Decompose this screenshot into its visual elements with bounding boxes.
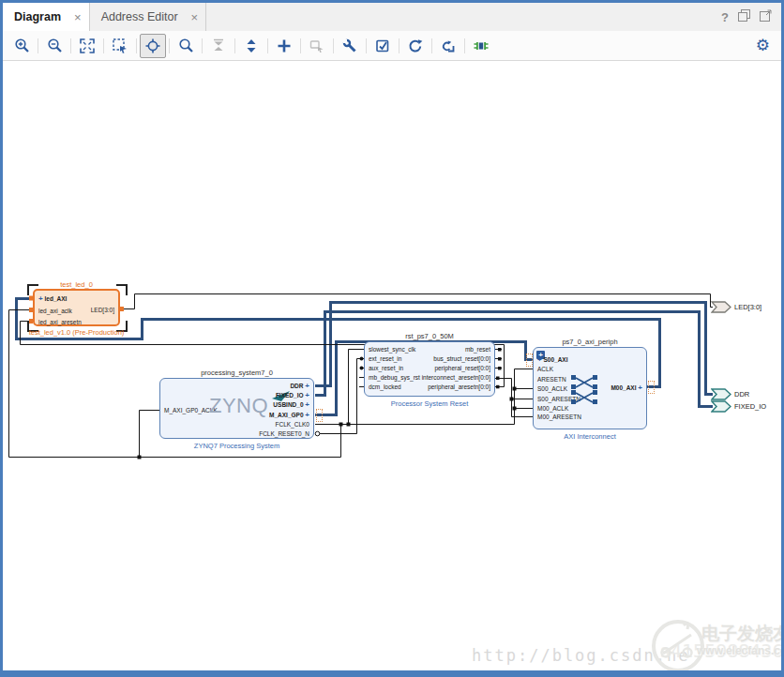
zoom-out-button[interactable] — [41, 34, 68, 58]
port-label: bus_struct_reset[0:0] — [433, 355, 490, 362]
tab-diagram[interactable]: Diagram × — [3, 3, 90, 31]
port-slowest-sync-clk[interactable]: slowest_sync_clk — [369, 346, 415, 354]
make-external-icon — [309, 38, 324, 53]
port-label: led_AXI — [44, 295, 67, 302]
expand-hierarchy-button[interactable] — [238, 34, 264, 58]
highlight-s00-axi — [526, 354, 533, 367]
port-aclk[interactable]: ACLK — [537, 366, 553, 373]
block-ps7-0-axi-periph[interactable]: ps7_0_axi_periph + + S00_AXI ACLK ARESET… — [533, 347, 647, 429]
external-port-ddr-shape[interactable] — [711, 388, 731, 400]
block-subtitle: AXI Interconnect — [505, 432, 674, 441]
port-mb-debug-sys-rst[interactable]: mb_debug_sys_rst — [369, 374, 420, 382]
maximize-icon[interactable] — [760, 8, 772, 25]
port-label: FIXED_IO — [276, 392, 304, 399]
tab-bar: Diagram × Address Editor × ? — [3, 3, 781, 32]
port-m00-aclk[interactable]: M00_ACLK — [537, 405, 568, 413]
block-subtitle: test_led_v1.0 (Pre-Production) — [7, 328, 146, 337]
expand-plus-icon[interactable]: + — [305, 382, 309, 390]
port-mb-reset[interactable]: mb_reset — [465, 346, 490, 354]
expand-plus-icon[interactable]: + — [638, 384, 642, 392]
port-fclk-reset0-n[interactable]: FCLK_RESET0_N — [259, 430, 309, 438]
refresh-button[interactable] — [402, 34, 429, 58]
port-led-axi-aresetn[interactable]: led_axi_aresetn — [38, 319, 82, 326]
port-usbind-0[interactable]: USBIND_0 + — [273, 401, 309, 409]
zoom-to-selection-button[interactable] — [107, 34, 133, 58]
port-label: LED[3:0] — [91, 307, 114, 313]
external-port-led-label[interactable]: LED[3:0] — [734, 303, 761, 311]
close-icon[interactable]: × — [191, 10, 199, 24]
port-m-axi-gp0[interactable]: M_AXI_GP0 + — [269, 412, 309, 419]
port-label: mb_debug_sys_rst — [369, 374, 420, 381]
expand-plus-icon[interactable]: + — [305, 391, 309, 399]
port-led-out[interactable]: LED[3:0] — [91, 307, 114, 314]
port-fixed-io[interactable]: FIXED_IO + — [276, 392, 309, 399]
validate-design-button[interactable] — [369, 34, 396, 58]
zynq-logo: ZYNQ — [209, 394, 268, 418]
close-icon[interactable]: × — [74, 10, 82, 24]
port-label: ACLK — [537, 366, 553, 372]
add-ip-button[interactable] — [271, 34, 297, 58]
autofit-selection-icon — [145, 38, 160, 53]
external-port-ddr-label[interactable]: DDR — [734, 390, 749, 399]
port-interconnect-aresetn[interactable]: interconnect_aresetn[0:0] — [422, 374, 490, 382]
port-led-axi-aclk[interactable]: led_axi_aclk — [38, 308, 72, 315]
port-label: ext_reset_in — [369, 355, 401, 362]
port-led-axi[interactable]: + led_AXI — [38, 295, 67, 303]
external-port-fixed-io-shape[interactable] — [711, 400, 731, 413]
port-ext-reset-in[interactable]: ext_reset_in — [369, 355, 401, 363]
autofit-selection-button[interactable] — [140, 34, 166, 58]
port-m00-axi[interactable]: M00_AXI + — [611, 384, 642, 392]
collapse-hierarchy-icon — [211, 38, 226, 53]
expand-plus-icon[interactable]: + — [38, 294, 43, 303]
port-label: FCLK_RESET0_N — [259, 430, 309, 437]
collapse-hierarchy-button[interactable] — [205, 34, 232, 58]
block-processing-system7-0[interactable]: processing_system7_0 M_AXI_GP0_ACLK ZYNQ… — [159, 378, 314, 439]
optimize-routing-button[interactable] — [468, 34, 494, 58]
customize-block-button[interactable] — [337, 34, 363, 58]
zoom-out-icon — [47, 38, 63, 53]
port-label: S00_AXI — [543, 356, 567, 363]
find-icon — [178, 38, 194, 53]
validate-design-icon — [375, 38, 390, 53]
expand-hierarchy-icon — [244, 38, 259, 53]
optimize-routing-icon — [474, 38, 489, 53]
block-title: rst_ps7_0_50M — [346, 332, 513, 340]
crossbar-icon — [569, 372, 603, 410]
customize-block-icon — [342, 38, 357, 53]
external-port-led-shape[interactable] — [711, 301, 731, 313]
regenerate-layout-button[interactable] — [435, 34, 461, 58]
port-aux-reset-in[interactable]: aux_reset_in — [369, 365, 403, 372]
expand-plus-icon[interactable]: + — [537, 355, 542, 364]
port-label: led_axi_aclk — [38, 308, 72, 314]
port-fclk-clk0[interactable]: FCLK_CLK0 — [276, 421, 310, 429]
port-s00-aclk[interactable]: S00_ACLK — [537, 385, 567, 393]
port-aresetn[interactable]: ARESETN — [537, 376, 566, 384]
port-peripheral-reset[interactable]: peripheral_reset[0:0] — [434, 365, 490, 372]
zoom-fit-button[interactable] — [74, 34, 100, 58]
port-dcm-locked[interactable]: dcm_locked — [369, 384, 401, 391]
port-bus-struct-reset[interactable]: bus_struct_reset[0:0] — [433, 355, 490, 363]
float-window-icon[interactable] — [738, 8, 750, 25]
tab-address-editor[interactable]: Address Editor × — [90, 3, 207, 31]
port-label: S00_ACLK — [537, 385, 567, 392]
settings-gear-icon[interactable]: ⚙ — [756, 36, 770, 55]
port-label: USBIND_0 — [273, 401, 303, 408]
port-s00-axi[interactable]: + S00_AXI — [537, 356, 568, 364]
zoom-in-button[interactable] — [8, 34, 35, 58]
block-rst-ps7-0-50m[interactable]: rst_ps7_0_50M slowest_sync_clk ext_reset… — [364, 341, 495, 397]
make-external-button[interactable] — [304, 34, 330, 58]
block-subtitle: ZYNQ7 Processing System — [132, 442, 341, 450]
expand-plus-icon[interactable]: + — [305, 411, 309, 419]
port-ddr[interactable]: DDR + — [290, 383, 309, 390]
port-peripheral-aresetn[interactable]: peripheral_aresetn[0:0] — [428, 384, 490, 391]
help-icon[interactable]: ? — [721, 10, 729, 24]
port-label: peripheral_reset[0:0] — [434, 365, 490, 371]
port-label: M00_ACLK — [537, 405, 568, 412]
find-button[interactable] — [173, 34, 199, 58]
external-port-fixed-io-label[interactable]: FIXED_IO — [734, 402, 766, 411]
diagram-canvas[interactable]: http://blog.csdn.ne s4155988436 电子发烧友 ww… — [3, 61, 781, 670]
block-test-led-0[interactable]: test_led_0 + led_AXI led_axi_aclk led_ax… — [33, 289, 120, 326]
zoom-fit-icon — [80, 38, 95, 53]
port-m00-aresetn[interactable]: M00_ARESETN — [537, 414, 581, 421]
expand-plus-icon[interactable]: + — [305, 400, 309, 409]
